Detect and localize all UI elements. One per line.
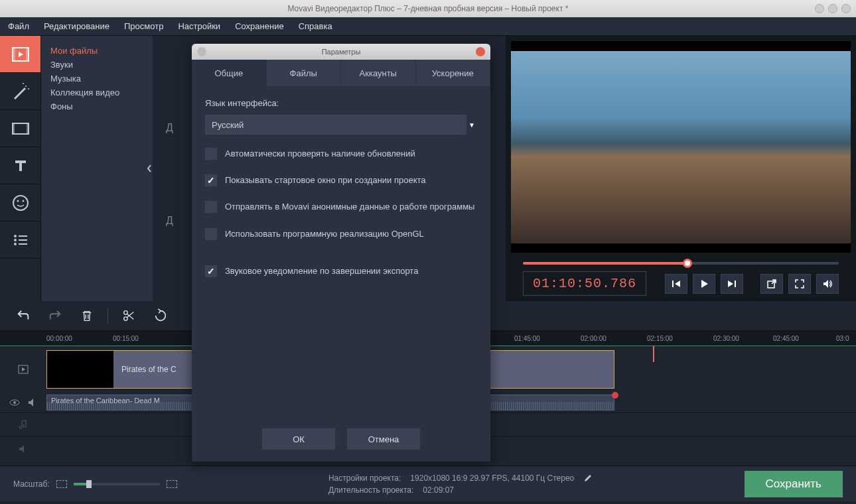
checkbox-sound-notify-label: Звуковое уведомление по завершении экспо…: [225, 265, 418, 277]
speaker-small-icon: [27, 397, 38, 409]
film-small-icon: [17, 363, 29, 375]
zoom-in-icon[interactable]: [167, 480, 177, 488]
play-button[interactable]: [693, 274, 715, 294]
svg-point-15: [14, 239, 17, 241]
svg-point-10: [13, 196, 28, 210]
window-titlebar: Movavi Видеоредактор Плюс – 7-дневная пр…: [0, 0, 856, 17]
playhead[interactable]: [653, 346, 654, 362]
rotate-button[interactable]: [149, 306, 172, 326]
ruler-tick: 03:0: [836, 335, 849, 342]
dialog-close-button[interactable]: [476, 47, 485, 56]
sticker-icon: [10, 192, 31, 214]
tab-acceleration[interactable]: Ускорение: [416, 60, 491, 86]
film-icon: [10, 44, 31, 65]
volume-button[interactable]: [816, 274, 839, 294]
sidebar-item-backgrounds[interactable]: Фоны: [50, 99, 143, 113]
sidebar-item-myfiles[interactable]: Мои файлы: [50, 44, 143, 58]
speaker-small-icon: [17, 443, 29, 455]
video-preview[interactable]: [511, 41, 851, 253]
menu-settings[interactable]: Настройки: [178, 21, 220, 31]
tab-files[interactable]: Файлы: [267, 60, 342, 86]
zoom-thumb[interactable]: [86, 480, 92, 488]
svg-marker-29: [22, 367, 25, 371]
popout-icon: [766, 279, 777, 289]
dialog-title: Параметры: [322, 48, 361, 56]
progress-fill: [523, 262, 687, 265]
edit-settings-icon[interactable]: [583, 473, 593, 483]
preview-panel: 01:10:50.786: [506, 36, 856, 301]
redo-button[interactable]: [44, 306, 66, 326]
svg-point-6: [23, 83, 24, 84]
menu-save[interactable]: Сохранение: [235, 21, 284, 31]
svg-rect-14: [19, 235, 27, 237]
next-button[interactable]: [721, 274, 743, 294]
cut-button[interactable]: [117, 306, 140, 326]
rotate-icon: [153, 308, 168, 323]
settings-dialog: Параметры Общие Файлы Аккаунты Ускорение…: [192, 44, 490, 462]
timecode[interactable]: 01:10:50.786: [523, 271, 646, 296]
dialog-titlebar[interactable]: Параметры: [192, 44, 490, 60]
prev-button[interactable]: [665, 274, 687, 294]
ok-button[interactable]: ОК: [262, 428, 335, 450]
zoom-out-icon[interactable]: [56, 480, 67, 488]
dialog-menu-button[interactable]: [197, 47, 206, 56]
menu-file[interactable]: Файл: [8, 21, 29, 31]
video-frame: [511, 51, 851, 243]
zoom-label: Масштаб:: [13, 479, 50, 489]
checkbox-opengl-label: Использовать программную реализацию Open…: [225, 228, 424, 240]
project-duration-label: Длительность проекта:: [328, 485, 413, 495]
save-button[interactable]: Сохранить: [745, 471, 843, 497]
delete-button[interactable]: [76, 306, 98, 326]
video-clip-label: Pirates of the C: [113, 365, 177, 374]
tab-accounts[interactable]: Аккаунты: [341, 60, 416, 86]
tool-transitions[interactable]: [0, 110, 40, 147]
minimize-button[interactable]: [815, 4, 824, 13]
sidebar-item-music[interactable]: Музыка: [50, 72, 143, 86]
progress-thumb[interactable]: [683, 259, 692, 268]
svg-marker-22: [728, 281, 733, 287]
checkbox-updates[interactable]: [205, 148, 217, 160]
svg-point-5: [28, 88, 29, 90]
checkbox-start-window[interactable]: [205, 174, 217, 186]
wand-icon: [10, 81, 31, 102]
checkbox-anonymous-data[interactable]: [205, 201, 217, 213]
svg-rect-7: [13, 123, 29, 134]
fullscreen-button[interactable]: [788, 274, 811, 294]
transitions-icon: [10, 118, 31, 139]
zoom-slider[interactable]: [74, 483, 160, 485]
sidebar-item-sounds[interactable]: Звуки: [50, 58, 143, 72]
maximize-button[interactable]: [828, 4, 837, 13]
language-select[interactable]: Русский ▼: [205, 115, 477, 135]
play-icon: [699, 279, 709, 289]
scissors-icon: [121, 308, 136, 323]
undo-button[interactable]: [12, 306, 35, 326]
svg-rect-19: [672, 281, 674, 287]
tool-stickers[interactable]: [0, 184, 40, 221]
video-track-head: [5, 363, 41, 375]
music-track-head: [5, 419, 41, 431]
close-button[interactable]: [841, 4, 851, 13]
extra-audio-head: [5, 443, 41, 455]
ruler-tick: 00:00:00: [46, 335, 72, 342]
menu-help[interactable]: Справка: [299, 21, 332, 31]
redo-icon: [48, 308, 62, 323]
tool-titles[interactable]: [0, 147, 40, 184]
checkbox-start-window-label: Показывать стартовое окно при создании п…: [225, 174, 426, 186]
popout-button[interactable]: [760, 274, 783, 294]
menubar: Файл Редактирование Просмотр Настройки С…: [0, 17, 856, 36]
cancel-button[interactable]: Отмена: [347, 428, 420, 450]
tool-filters[interactable]: [0, 73, 40, 110]
menu-edit[interactable]: Редактирование: [44, 21, 109, 31]
eye-icon: [9, 397, 21, 409]
menu-view[interactable]: Просмотр: [124, 21, 163, 31]
preview-progress[interactable]: [523, 262, 839, 265]
tool-more[interactable]: [0, 221, 40, 259]
checkbox-sound-notify[interactable]: [205, 265, 217, 277]
svg-marker-3: [19, 52, 23, 57]
sidebar-item-videocollection[interactable]: Коллекция видео: [50, 86, 143, 99]
tab-general[interactable]: Общие: [192, 60, 267, 86]
language-value: Русский: [212, 120, 244, 130]
tool-import[interactable]: [0, 36, 40, 73]
checkbox-opengl[interactable]: [205, 228, 217, 240]
window-title: Movavi Видеоредактор Плюс – 7-дневная пр…: [288, 4, 569, 13]
